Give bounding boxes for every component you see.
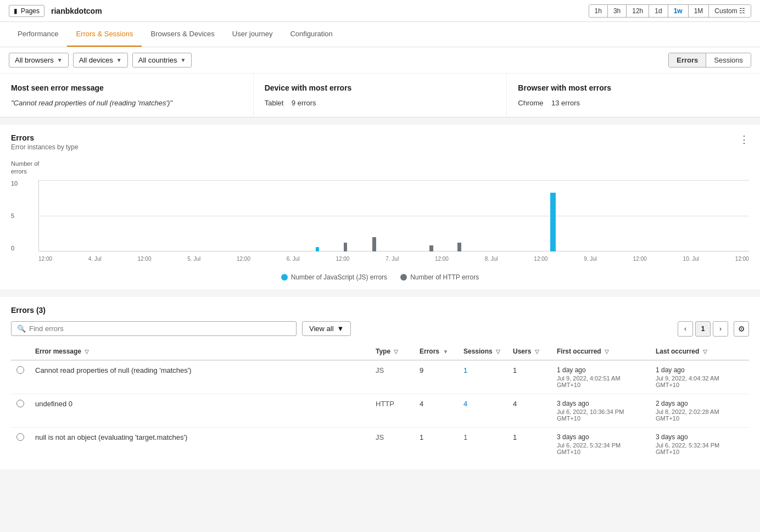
row-sessions-2[interactable]: 1 — [458, 427, 507, 461]
x-label-7: 7. Jul — [385, 256, 399, 268]
row-last-occurred-1: 2 days ago Jul 8, 2022, 2:02:28 AM GMT+1… — [650, 394, 749, 427]
table-settings-button[interactable]: ⚙ — [734, 321, 749, 337]
summary-card-error-message: Most seen error message "Cannot read pro… — [0, 74, 254, 117]
sort-type-icon: ▽ — [394, 349, 398, 355]
row-checkbox-2[interactable] — [16, 433, 24, 441]
col-type-header[interactable]: Type ▽ — [370, 343, 414, 360]
view-all-button[interactable]: View all ▼ — [302, 321, 351, 336]
countries-filter-arrow: ▼ — [181, 57, 186, 63]
row-type-1: HTTP — [370, 394, 414, 427]
row-errors-count-2: 1 — [414, 427, 458, 461]
col-errors-header[interactable]: Errors ▼ — [414, 343, 458, 360]
tab-performance[interactable]: Performance — [9, 22, 67, 47]
toggle-errors[interactable]: Errors — [669, 53, 706, 67]
time-12h[interactable]: 12h — [627, 5, 649, 17]
bar-http-1 — [344, 243, 347, 251]
browsers-filter[interactable]: All browsers ▼ — [9, 53, 69, 68]
row-first-occurred-0: 1 day ago Jul 9, 2022, 4:02:51 AM GMT+10 — [551, 360, 650, 394]
summary-cards: Most seen error message "Cannot read pro… — [0, 74, 760, 117]
sort-users-icon: ▽ — [535, 349, 539, 355]
row-error-message-0: Cannot read properties of null (reading … — [30, 360, 370, 394]
legend-http-dot — [400, 274, 407, 281]
time-1h[interactable]: 1h — [589, 5, 608, 17]
view-all-label: View all — [309, 324, 334, 333]
col-sessions-header[interactable]: Sessions ▽ — [458, 343, 507, 360]
time-1w[interactable]: 1w — [668, 5, 689, 17]
tab-configuration[interactable]: Configuration — [281, 22, 341, 47]
col-last-occurred-header[interactable]: Last occurred ▽ — [650, 343, 749, 360]
current-page: 1 — [695, 321, 711, 337]
devices-filter[interactable]: All devices ▼ — [73, 53, 128, 68]
row-first-occurred-2: 3 days ago Jul 6, 2022, 5:32:34 PM GMT+1… — [551, 427, 650, 461]
sort-error-message-icon: ▽ — [85, 349, 89, 355]
row-users-0: 1 — [507, 360, 551, 394]
col-users-header[interactable]: Users ▽ — [507, 343, 551, 360]
chart-container: 10 5 0 12:00 4. Jul — [11, 180, 749, 268]
legend-http: Number of HTTP errors — [400, 273, 479, 281]
row-checkbox-cell-2[interactable] — [11, 427, 30, 461]
browser-name: Chrome — [518, 99, 543, 107]
table-row: null is not an object (evaluating 'targe… — [11, 427, 749, 461]
pages-button[interactable]: ▮ Pages — [9, 5, 44, 17]
nav-tabs: Performance Errors & Sessions Browsers &… — [0, 22, 760, 47]
row-errors-count-0: 9 — [414, 360, 458, 394]
time-controls: 1h 3h 12h 1d 1w 1M Custom ☷ — [589, 4, 751, 18]
row-users-1: 4 — [507, 394, 551, 427]
errors-table-section: Errors (3) 🔍 View all ▼ ‹ 1 › ⚙ Error me… — [0, 297, 760, 469]
tab-errors-sessions[interactable]: Errors & Sessions — [67, 22, 142, 47]
chart-subtitle: Error instances by type — [11, 143, 79, 151]
table-toolbar: 🔍 View all ▼ ‹ 1 › ⚙ — [11, 321, 749, 337]
x-label-9: 8. Jul — [485, 256, 498, 268]
x-label-0: 12:00 — [38, 256, 52, 268]
row-checkbox-cell-0[interactable] — [11, 360, 30, 394]
row-last-occurred-2: 3 days ago Jul 6, 2022, 5:32:34 PM GMT+1… — [650, 427, 749, 461]
y-label-5: 5 — [11, 212, 14, 219]
summary-card-device-errors: Device with most errors Tablet 9 errors — [254, 74, 507, 117]
row-last-occurred-0: 1 day ago Jul 9, 2022, 4:04:32 AM GMT+10 — [650, 360, 749, 394]
time-custom[interactable]: Custom ☷ — [709, 5, 751, 17]
tab-browsers-devices[interactable]: Browsers & Devices — [142, 22, 223, 47]
col-error-message-header[interactable]: Error message ▽ — [30, 343, 370, 360]
row-sessions-1[interactable]: 4 — [458, 394, 507, 427]
row-error-message-1: undefined 0 — [30, 394, 370, 427]
row-sessions-0[interactable]: 1 — [458, 360, 507, 394]
row-checkbox-1[interactable] — [16, 400, 24, 407]
row-checkbox-0[interactable] — [16, 366, 24, 374]
chart-section: Errors Error instances by type ⋮ Number … — [0, 124, 760, 290]
view-all-arrow: ▼ — [337, 324, 344, 333]
legend-js-label: Number of JavaScript (JS) errors — [291, 273, 387, 281]
prev-page-button[interactable]: ‹ — [678, 321, 693, 337]
countries-filter[interactable]: All countries ▼ — [132, 53, 192, 68]
x-label-13: 10. Jul — [683, 256, 699, 268]
time-3h[interactable]: 3h — [608, 5, 627, 17]
y-label-0: 0 — [11, 245, 14, 251]
row-checkbox-cell-1[interactable] — [11, 394, 30, 427]
row-first-occurred-1: 3 days ago Jul 6, 2022, 10:36:34 PM GMT+… — [551, 394, 650, 427]
time-1d[interactable]: 1d — [649, 5, 668, 17]
tab-user-journey[interactable]: User journey — [223, 22, 282, 47]
error-count: (3) — [36, 306, 46, 315]
row-error-message-2: null is not an object (evaluating 'targe… — [30, 427, 370, 461]
x-label-5: 6. Jul — [287, 256, 300, 268]
search-input[interactable] — [29, 324, 290, 333]
table-row: Cannot read properties of null (reading … — [11, 360, 749, 394]
toggle-sessions[interactable]: Sessions — [706, 53, 751, 67]
next-page-button[interactable]: › — [713, 321, 728, 337]
chart-menu-button[interactable]: ⋮ — [739, 133, 749, 145]
table-row: undefined 0 HTTP 4 4 4 3 days ago Jul 6,… — [11, 394, 749, 427]
summary-card-browser-errors-value: Chrome 13 errors — [518, 99, 749, 107]
legend-http-label: Number of HTTP errors — [410, 273, 479, 281]
filters-bar: All browsers ▼ All devices ▼ All countri… — [0, 47, 760, 74]
browser-errors-count: 13 errors — [551, 99, 580, 107]
time-1m[interactable]: 1M — [689, 5, 709, 17]
legend-js-dot — [281, 274, 288, 281]
row-type-0: JS — [370, 360, 414, 394]
browsers-filter-label: All browsers — [15, 56, 54, 64]
search-box[interactable]: 🔍 — [11, 321, 297, 336]
summary-card-device-errors-value: Tablet 9 errors — [265, 99, 496, 107]
col-first-occurred-header[interactable]: First occurred ▽ — [551, 343, 650, 360]
sort-last-occurred-icon: ▽ — [703, 349, 707, 355]
sort-errors-icon: ▼ — [443, 349, 448, 355]
bar-js-1 — [316, 247, 319, 251]
chart-legend: Number of JavaScript (JS) errors Number … — [11, 273, 749, 281]
